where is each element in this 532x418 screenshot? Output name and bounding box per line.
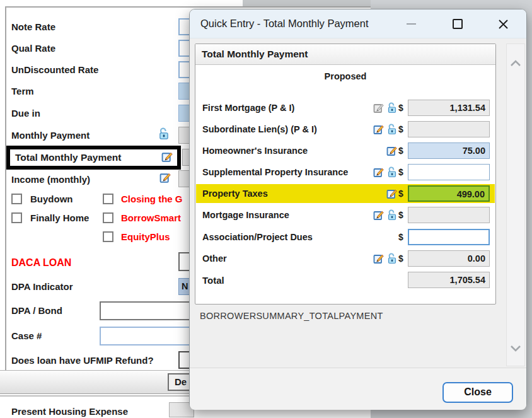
row-label: Other — [202, 253, 372, 264]
form-top-border — [5, 6, 371, 8]
minimize-button[interactable] — [396, 9, 425, 38]
ufmip-question-label: Does loan have UFMIP Refund? — [11, 355, 154, 366]
close-button[interactable]: Close — [442, 382, 513, 403]
quick-entry-dialog: Quick Entry - Total Monthly Payment Tota… — [189, 9, 527, 410]
row-first-mortgage: First Mortgage (P & I) $ 1,131.54 — [196, 98, 495, 117]
edit-icon[interactable] — [372, 253, 385, 264]
other-field[interactable]: 0.00 — [408, 250, 490, 267]
row-property-taxes: Property Taxes $ 499.00 — [196, 184, 495, 203]
dialog-titlebar[interactable]: Quick Entry - Total Monthly Payment — [190, 9, 526, 38]
supplemental-insurance-field[interactable] — [408, 164, 490, 180]
label-due-in: Due in — [11, 108, 40, 119]
homeowners-insurance-field[interactable]: 75.00 — [408, 142, 490, 159]
scroll-down-icon[interactable] — [510, 343, 521, 354]
total-monthly-payment-highlight[interactable]: Total Monthly Payment — [6, 146, 181, 170]
total-monthly-payment-panel: Total Monthly Payment Proposed First Mor… — [195, 44, 496, 305]
first-mortgage-field[interactable]: 1,131.54 — [408, 100, 490, 116]
closing-the-gap-label: Closing the G — [121, 194, 183, 204]
row-label: Mortgage Insurance — [202, 210, 372, 220]
label-total-monthly-payment: Total Monthly Payment — [15, 152, 122, 163]
row-association-dues: Association/Project Dues $ — [196, 228, 495, 247]
row-label: Association/Project Dues — [202, 232, 398, 242]
lock-open-icon[interactable] — [385, 166, 398, 178]
borrowsmart-checkbox[interactable] — [103, 212, 113, 223]
row-label: Property Taxes — [202, 189, 385, 199]
edit-icon-disabled[interactable] — [372, 102, 385, 113]
edit-icon[interactable] — [385, 188, 398, 199]
section-divider — [0, 395, 189, 397]
finally-home-checkbox[interactable] — [11, 212, 22, 223]
edit-icon[interactable] — [385, 145, 398, 156]
currency-symbol: $ — [398, 124, 408, 134]
panel-header: Total Monthly Payment — [195, 44, 495, 65]
dpa-indicator-label: DPA Indicator — [11, 281, 73, 292]
property-taxes-field[interactable]: 499.00 — [408, 185, 490, 202]
scrollbar[interactable] — [506, 44, 525, 366]
edit-icon[interactable] — [372, 124, 385, 135]
edit-icon[interactable] — [372, 209, 385, 221]
equityplus-checkbox[interactable] — [103, 231, 113, 242]
buydown-checkbox[interactable] — [11, 194, 22, 204]
row-label: Homeowner's Insurance — [202, 146, 385, 156]
equityplus-label: EquityPlus — [121, 231, 170, 242]
minimize-icon — [407, 23, 416, 25]
row-mortgage-insurance: Mortgage Insurance $ — [196, 206, 495, 224]
currency-symbol: $ — [398, 146, 408, 156]
row-label: Total — [202, 275, 398, 286]
label-income-monthly: Income (monthly) — [11, 174, 90, 185]
dialog-title: Quick Entry - Total Monthly Payment — [200, 18, 369, 30]
currency-symbol: $ — [398, 167, 408, 177]
label-monthly-payment: Monthly Payment — [11, 130, 90, 141]
field-id-reference: BORROWERSUMMARY_TOTALPAYMENT — [200, 311, 383, 321]
form-left-border — [5, 6, 6, 370]
row-label: First Mortgage (P & I) — [202, 103, 372, 113]
row-supplemental-insurance: Supplemental Property Insurance $ — [196, 163, 495, 182]
lock-open-icon[interactable] — [158, 127, 170, 142]
background-tab-bar — [243, 0, 371, 6]
dpa-bond-label: DPA / Bond — [11, 305, 62, 316]
borrowsmart-label: BorrowSmart — [121, 212, 181, 223]
close-window-button[interactable] — [489, 9, 518, 38]
edit-icon[interactable] — [372, 166, 385, 178]
case-number-label: Case # — [11, 330, 42, 341]
label-undiscounted-rate: UnDiscounted Rate — [11, 64, 98, 75]
lock-open-icon[interactable] — [385, 102, 398, 113]
proposed-column-header: Proposed — [195, 71, 495, 81]
currency-symbol: $ — [398, 103, 408, 113]
label-term: Term — [11, 86, 34, 96]
lock-open-icon[interactable] — [385, 124, 398, 135]
subordinate-liens-field[interactable] — [408, 121, 490, 137]
edit-icon[interactable] — [159, 171, 171, 186]
currency-symbol: $ — [398, 189, 408, 199]
lock-open-icon[interactable] — [385, 209, 398, 221]
dialog-footer: Close — [190, 368, 526, 410]
association-dues-field[interactable] — [408, 229, 490, 245]
row-homeowners-insurance: Homeowner's Insurance $ 75.00 — [196, 141, 495, 160]
row-total: Total 1,705.54 — [196, 270, 495, 289]
form-toolbar-band — [0, 370, 189, 394]
edit-icon[interactable] — [161, 151, 173, 165]
present-housing-label: Present Housing Expense — [11, 406, 128, 417]
finally-home-label: Finally Home — [30, 212, 89, 223]
total-field[interactable]: 1,705.54 — [408, 272, 490, 288]
closing-the-gap-checkbox[interactable] — [103, 194, 113, 204]
maximize-button[interactable] — [443, 9, 472, 38]
lock-open-icon[interactable] — [385, 253, 398, 264]
scroll-up-icon[interactable] — [510, 58, 521, 69]
mortgage-insurance-field[interactable] — [408, 207, 490, 223]
maximize-icon — [453, 19, 463, 29]
currency-symbol: $ — [398, 210, 408, 220]
row-subordinate-liens: Subordinate Lien(s) (P & I) $ — [196, 120, 495, 139]
label-note-rate: Note Rate — [11, 21, 55, 32]
currency-symbol: $ — [398, 232, 408, 242]
label-qual-rate: Qual Rate — [11, 43, 55, 54]
close-icon — [498, 19, 509, 30]
row-label: Subordinate Lien(s) (P & I) — [202, 124, 372, 134]
row-label: Supplemental Property Insurance — [202, 167, 372, 177]
row-other: Other $ 0.00 — [196, 249, 495, 268]
buydown-label: Buydown — [30, 194, 73, 204]
currency-symbol: $ — [398, 253, 408, 264]
daca-loan-label: DACA LOAN — [11, 257, 71, 269]
